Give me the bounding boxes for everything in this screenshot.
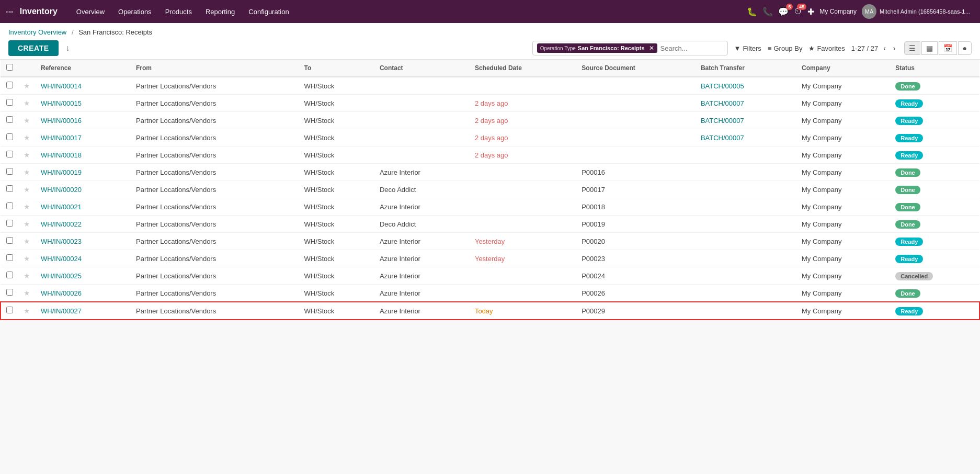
row-contact[interactable]: Azure Interior	[374, 250, 470, 267]
row-batch-transfer[interactable]: BATCH/00007	[696, 129, 796, 146]
header-to[interactable]: To	[299, 60, 374, 77]
row-checkbox[interactable]	[6, 202, 13, 209]
header-reference[interactable]: Reference	[36, 60, 131, 77]
status-badge: Ready	[895, 307, 923, 315]
row-star[interactable]: ★	[18, 267, 36, 285]
bug-icon[interactable]: 🐛	[747, 7, 757, 17]
row-star[interactable]: ★	[18, 181, 36, 198]
kanban-view-button[interactable]: ▦	[921, 41, 938, 55]
row-reference[interactable]: WH/IN/00023	[36, 233, 131, 250]
map-view-button[interactable]: ●	[958, 41, 972, 55]
row-checkbox[interactable]	[6, 237, 13, 244]
row-status: Ready	[890, 95, 979, 112]
company-label[interactable]: My Company	[819, 8, 857, 15]
row-batch-transfer[interactable]: BATCH/00007	[696, 95, 796, 112]
search-input[interactable]	[660, 44, 723, 52]
row-star[interactable]: ★	[18, 285, 36, 302]
row-checkbox[interactable]	[6, 185, 13, 192]
row-checkbox[interactable]	[6, 151, 13, 157]
user-info[interactable]: MA Mitchell Admin (16856458-saas-15-1-a.…	[862, 4, 974, 19]
row-contact[interactable]: Azure Interior	[374, 198, 470, 216]
nav-configuration[interactable]: Configuration	[242, 6, 295, 18]
row-checkbox[interactable]	[6, 82, 13, 88]
row-contact[interactable]: Azure Interior	[374, 233, 470, 250]
row-checkbox[interactable]	[6, 99, 13, 106]
avatar: MA	[862, 4, 876, 19]
row-reference[interactable]: WH/IN/00026	[36, 285, 131, 302]
row-contact[interactable]: Deco Addict	[374, 181, 470, 198]
nav-reporting[interactable]: Reporting	[199, 6, 241, 18]
row-reference[interactable]: WH/IN/00027	[36, 302, 131, 320]
row-checkbox[interactable]	[6, 254, 13, 261]
row-reference[interactable]: WH/IN/00019	[36, 164, 131, 181]
row-star[interactable]: ★	[18, 112, 36, 129]
calendar-view-button[interactable]: 📅	[939, 41, 957, 55]
row-reference[interactable]: WH/IN/00015	[36, 95, 131, 112]
row-batch-transfer	[696, 250, 796, 267]
row-star[interactable]: ★	[18, 146, 36, 164]
header-scheduled-date[interactable]: Scheduled Date	[470, 60, 576, 77]
phone-icon[interactable]: 📞	[762, 7, 773, 17]
row-checkbox[interactable]	[6, 168, 13, 175]
row-star[interactable]: ★	[18, 164, 36, 181]
table-row: ★WH/IN/00027Partner Locations/VendorsWH/…	[1, 302, 979, 320]
row-star[interactable]: ★	[18, 216, 36, 233]
breadcrumb-parent[interactable]: Inventory Overview	[8, 28, 66, 36]
header-contact[interactable]: Contact	[374, 60, 470, 77]
row-checkbox[interactable]	[6, 116, 13, 123]
download-icon[interactable]: ↓	[63, 41, 73, 55]
list-view-button[interactable]: ☰	[904, 41, 920, 55]
row-reference[interactable]: WH/IN/00021	[36, 198, 131, 216]
row-star[interactable]: ★	[18, 250, 36, 267]
select-all-checkbox[interactable]	[6, 64, 13, 71]
row-contact[interactable]: Azure Interior	[374, 267, 470, 285]
prev-page-button[interactable]: ‹	[881, 43, 888, 53]
row-checkbox[interactable]	[6, 133, 13, 140]
next-page-button[interactable]: ›	[891, 43, 898, 53]
row-star[interactable]: ★	[18, 233, 36, 250]
row-checkbox[interactable]	[6, 272, 13, 278]
header-from[interactable]: From	[131, 60, 299, 77]
create-button[interactable]: CREATE	[8, 40, 59, 56]
row-checkbox[interactable]	[6, 307, 13, 313]
row-reference[interactable]: WH/IN/00020	[36, 181, 131, 198]
row-star[interactable]: ★	[18, 129, 36, 146]
favorites-button[interactable]: ★ Favorites	[808, 44, 845, 52]
row-star[interactable]: ★	[18, 198, 36, 216]
row-reference[interactable]: WH/IN/00016	[36, 112, 131, 129]
header-source-document[interactable]: Source Document	[576, 60, 696, 77]
row-contact[interactable]: Azure Interior	[374, 285, 470, 302]
row-star[interactable]: ★	[18, 302, 36, 320]
nav-products[interactable]: Products	[159, 6, 198, 18]
row-status: Done	[890, 181, 979, 198]
row-reference[interactable]: WH/IN/00017	[36, 129, 131, 146]
row-batch-transfer[interactable]: BATCH/00007	[696, 112, 796, 129]
row-star[interactable]: ★	[18, 95, 36, 112]
row-checkbox[interactable]	[6, 220, 13, 227]
row-reference[interactable]: WH/IN/00014	[36, 77, 131, 95]
row-contact[interactable]: Deco Addict	[374, 216, 470, 233]
filter-tag-close[interactable]: ✕	[649, 44, 654, 52]
header-batch-transfer[interactable]: Batch Transfer	[696, 60, 796, 77]
messages-icon[interactable]: 💬 5	[778, 7, 789, 17]
row-reference[interactable]: WH/IN/00025	[36, 267, 131, 285]
group-by-button[interactable]: ≡ Group By	[768, 44, 803, 52]
row-reference[interactable]: WH/IN/00024	[36, 250, 131, 267]
row-contact[interactable]: Azure Interior	[374, 302, 470, 320]
wrench-icon[interactable]: ✚	[807, 7, 814, 17]
clock-icon[interactable]: ⏲ 45	[794, 7, 802, 16]
nav-overview[interactable]: Overview	[70, 6, 111, 18]
header-status[interactable]: Status	[890, 60, 979, 77]
row-reference[interactable]: WH/IN/00022	[36, 216, 131, 233]
table-row: ★WH/IN/00023Partner Locations/VendorsWH/…	[1, 233, 979, 250]
grid-icon[interactable]: ▫▫▫	[6, 8, 14, 16]
table-row: ★WH/IN/00022Partner Locations/VendorsWH/…	[1, 216, 979, 233]
header-company[interactable]: Company	[796, 60, 890, 77]
row-batch-transfer[interactable]: BATCH/00005	[696, 77, 796, 95]
row-contact[interactable]: Azure Interior	[374, 164, 470, 181]
row-star[interactable]: ★	[18, 77, 36, 95]
row-checkbox[interactable]	[6, 289, 13, 296]
filters-button[interactable]: ▼ Filters	[734, 44, 761, 52]
nav-operations[interactable]: Operations	[112, 6, 158, 18]
row-reference[interactable]: WH/IN/00018	[36, 146, 131, 164]
